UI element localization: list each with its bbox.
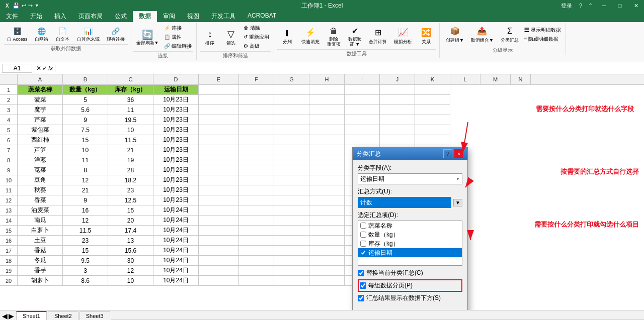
btn-reapply[interactable]: ↺ 重新应用	[242, 33, 271, 41]
cell-C14[interactable]: 20	[108, 216, 153, 226]
cell-E5[interactable]	[199, 125, 239, 135]
checkbox-quantity[interactable]	[360, 232, 366, 238]
formula-input[interactable]: 蔬菜名称	[57, 64, 642, 72]
cell-D18[interactable]: 10月24日	[153, 256, 199, 266]
cell-G14[interactable]	[274, 216, 309, 226]
replace-checkbox[interactable]	[358, 270, 364, 276]
col-header-f[interactable]: F	[239, 74, 274, 84]
cell-b1[interactable]: 数量（kg）	[63, 85, 108, 95]
cell-d1[interactable]: 运输日期	[153, 85, 199, 95]
tab-file[interactable]: 文件	[0, 11, 24, 22]
btn-web[interactable]: 🌐 自网站	[32, 24, 52, 43]
btn-text[interactable]: 📄 自文本	[53, 24, 73, 43]
insert-function-icon[interactable]: fx	[48, 65, 53, 72]
cell-C5[interactable]: 10	[108, 125, 153, 135]
items-listbox[interactable]: 蔬菜名称 数量（kg） 库存（kg）	[358, 221, 462, 266]
cell-A18[interactable]: 冬瓜	[18, 256, 63, 266]
cell-I2[interactable]	[345, 95, 380, 105]
cell-A7[interactable]: 芦笋	[18, 145, 63, 155]
cell-reference[interactable]	[2, 64, 32, 73]
cell-F19[interactable]	[239, 266, 274, 276]
sheet-tab-2[interactable]: Sheet2	[48, 311, 78, 320]
col-header-n[interactable]: N	[511, 74, 531, 84]
btn-advanced[interactable]: ⚙ 高级	[242, 42, 271, 50]
cancel-input-icon[interactable]: ✕	[36, 65, 41, 72]
cell-B13[interactable]: 16	[63, 205, 108, 216]
col-header-j[interactable]: J	[380, 74, 415, 84]
cell-E15[interactable]	[199, 226, 239, 236]
cell-G19[interactable]	[274, 266, 309, 276]
btn-access[interactable]: 🗄️ 自 Access	[4, 24, 31, 43]
cell-A17[interactable]: 香菇	[18, 246, 63, 256]
cell-K2[interactable]	[415, 95, 450, 105]
cell-C18[interactable]: 30	[108, 256, 153, 266]
checkbox-veggies[interactable]	[360, 223, 366, 229]
cell-G2[interactable]	[274, 95, 309, 105]
tab-acrobat[interactable]: ACROBAT	[242, 11, 282, 22]
next-sheet-btn[interactable]: ▶	[9, 312, 14, 320]
col-header-g[interactable]: G	[274, 74, 309, 84]
cell-D13[interactable]: 10月24日	[153, 205, 199, 216]
cell-H4[interactable]	[309, 115, 345, 125]
cell-B19[interactable]: 3	[63, 266, 108, 276]
cell-C11[interactable]: 23	[108, 185, 153, 195]
col-header-l[interactable]: L	[450, 74, 480, 84]
cell-E19[interactable]	[199, 266, 239, 276]
tab-developer[interactable]: 开发工具	[205, 11, 242, 22]
cell-B15[interactable]: 11.5	[63, 226, 108, 236]
col-header-k[interactable]: K	[415, 74, 450, 84]
cell-g1[interactable]	[274, 85, 309, 95]
cell-B4[interactable]: 9	[63, 115, 108, 125]
cell-D6[interactable]: 10月23日	[153, 135, 199, 145]
sheet-tab-1[interactable]: Sheet1	[16, 311, 47, 320]
cell-J4[interactable]	[380, 115, 415, 125]
cell-G17[interactable]	[274, 246, 309, 256]
confirm-input-icon[interactable]: ✓	[42, 65, 47, 72]
btn-what-if[interactable]: 📈 模拟分析	[391, 26, 415, 46]
subtotal-dialog[interactable]: 分类汇总 ? × 分类字段(A): 运输日期 ▼	[352, 147, 468, 310]
quick-access-dropdown[interactable]: ▼	[35, 3, 39, 8]
cell-B17[interactable]: 15	[63, 246, 108, 256]
summary-dropdown-btn[interactable]: ▼	[453, 199, 462, 206]
cell-H2[interactable]	[309, 95, 345, 105]
cell-D14[interactable]: 10月24日	[153, 216, 199, 226]
cell-C16[interactable]: 13	[108, 236, 153, 246]
cell-E20[interactable]	[199, 276, 239, 286]
cell-D3[interactable]: 10月23日	[153, 105, 199, 115]
cell-E17[interactable]	[199, 246, 239, 256]
cell-E11[interactable]	[199, 185, 239, 195]
cell-G7[interactable]	[274, 145, 309, 155]
cell-G15[interactable]	[274, 226, 309, 236]
cell-A5[interactable]: 紫包菜	[18, 125, 63, 135]
cell-D11[interactable]: 10月23日	[153, 185, 199, 195]
btn-consolidate[interactable]: ⊞ 合并计算	[366, 26, 390, 46]
cell-F7[interactable]	[239, 145, 274, 155]
cell-H12[interactable]	[309, 195, 345, 205]
col-header-c[interactable]: C	[108, 74, 153, 84]
col-header-a[interactable]: A	[18, 74, 63, 84]
cell-B9[interactable]: 8	[63, 165, 108, 175]
cell-H20[interactable]	[309, 276, 345, 286]
dialog-close-btn[interactable]: ×	[454, 149, 463, 158]
cell-F15[interactable]	[239, 226, 274, 236]
cell-F16[interactable]	[239, 236, 274, 246]
btn-clear[interactable]: 🗑 清除	[242, 24, 271, 32]
btn-edit-links[interactable]: 🔗 编辑链接	[163, 42, 193, 50]
cell-B18[interactable]: 9.5	[63, 256, 108, 266]
list-item-stock[interactable]: 库存（kg）	[358, 239, 462, 248]
cell-E2[interactable]	[199, 95, 239, 105]
btn-existing-conn[interactable]: 🔗 现有连接	[104, 24, 128, 43]
cell-h1[interactable]	[309, 85, 345, 95]
cell-F11[interactable]	[239, 185, 274, 195]
cell-I5[interactable]	[345, 125, 380, 135]
cell-H11[interactable]	[309, 185, 345, 195]
cell-C19[interactable]: 12	[108, 266, 153, 276]
cell-J5[interactable]	[380, 125, 415, 135]
maximize-btn[interactable]: □	[612, 0, 628, 11]
cell-f1[interactable]	[239, 85, 274, 95]
cell-A10[interactable]: 豆角	[18, 175, 63, 185]
page-break-checkbox[interactable]	[360, 282, 366, 289]
cell-C10[interactable]: 18.2	[108, 175, 153, 185]
cell-C9[interactable]: 28	[108, 165, 153, 175]
cell-A3[interactable]: 魔芋	[18, 105, 63, 115]
